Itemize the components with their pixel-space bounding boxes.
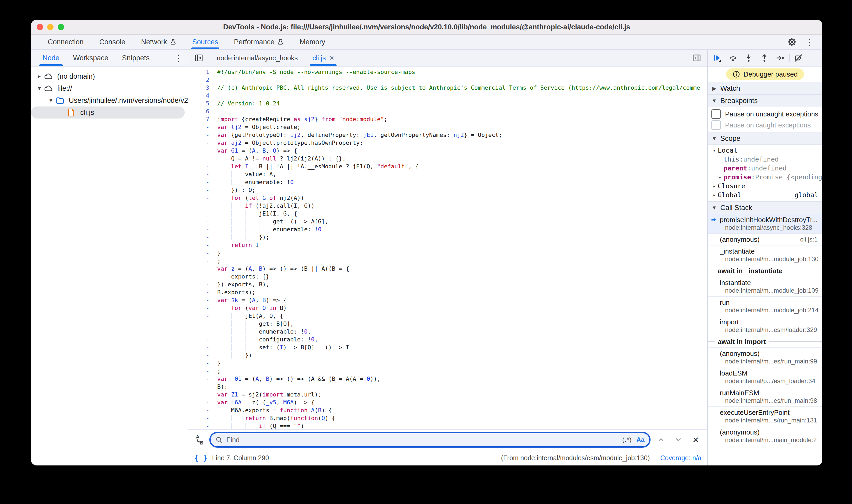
- line-number[interactable]: -: [188, 375, 217, 383]
- checkbox[interactable]: [711, 109, 721, 119]
- line-number[interactable]: -: [188, 367, 217, 375]
- call-stack-frame[interactable]: importnode:internal/m...esm/loader:329: [708, 316, 822, 336]
- tab-memory[interactable]: Memory: [292, 35, 333, 49]
- line-number[interactable]: -: [188, 288, 217, 296]
- scope-variable-this[interactable]: this: undefined: [708, 155, 822, 164]
- call-stack-frame[interactable]: runnode:internal/m...module_job:214: [708, 296, 822, 316]
- navigator-more-icon[interactable]: ⋮: [174, 54, 188, 62]
- editor-tab-cli-js[interactable]: cli.js×: [305, 50, 341, 66]
- call-stack-frame[interactable]: promiseInitHookWithDestroyTr...node:inte…: [708, 214, 822, 234]
- line-number[interactable]: -: [188, 359, 217, 367]
- scope-group-global[interactable]: ▸Globalglobal: [708, 191, 822, 199]
- scope-section-header[interactable]: ▼ Scope: [708, 132, 822, 145]
- call-stack-section-header[interactable]: ▼ Call Stack: [708, 202, 822, 214]
- line-number[interactable]: -: [188, 139, 217, 147]
- tree-item-users-jinhuilee-nvm-versions-node-v2-[interactable]: ▾Users/jinhuilee/.nvm/versions/node/v2..…: [31, 94, 188, 106]
- line-number[interactable]: -: [188, 399, 217, 407]
- line-number[interactable]: 1: [188, 68, 217, 76]
- step-button[interactable]: [773, 51, 787, 65]
- hide-navigator-button[interactable]: [193, 52, 205, 64]
- line-number[interactable]: -: [188, 123, 217, 131]
- line-number[interactable]: 2: [188, 76, 217, 84]
- line-number[interactable]: -: [188, 336, 217, 343]
- line-number[interactable]: -: [188, 414, 217, 422]
- scope-variable-parent[interactable]: parent: undefined: [708, 164, 822, 173]
- line-number[interactable]: -: [188, 163, 217, 170]
- line-number[interactable]: 3: [188, 84, 217, 92]
- editor-tab-node-internal-async-hooks[interactable]: node:internal/async_hooks: [209, 50, 305, 66]
- line-number[interactable]: -: [188, 131, 217, 139]
- line-number[interactable]: -: [188, 422, 217, 429]
- line-number[interactable]: 6: [188, 108, 217, 115]
- line-number[interactable]: -: [188, 352, 217, 359]
- line-number[interactable]: -: [188, 178, 217, 186]
- line-number[interactable]: -: [188, 210, 217, 218]
- match-case-toggle[interactable]: Aa: [636, 436, 644, 444]
- navigator-tab-node[interactable]: Node: [36, 50, 66, 66]
- line-number[interactable]: -: [188, 218, 217, 226]
- line-number[interactable]: -: [188, 296, 217, 304]
- settings-button[interactable]: [786, 36, 798, 48]
- resume-button[interactable]: [710, 51, 724, 65]
- line-number[interactable]: -: [188, 202, 217, 210]
- line-number[interactable]: -: [188, 233, 217, 241]
- call-stack-frame[interactable]: _instantiatenode:internal/m...module_job…: [708, 246, 822, 265]
- line-number[interactable]: -: [188, 194, 217, 202]
- caret-down-icon[interactable]: ▾: [35, 85, 44, 92]
- navigator-tab-snippets[interactable]: Snippets: [115, 50, 156, 66]
- step-over-button[interactable]: [726, 51, 740, 65]
- line-number[interactable]: -: [188, 312, 217, 320]
- line-number[interactable]: -: [188, 320, 217, 328]
- scope-variable-promise[interactable]: ▸promise: Promise {<pending>}: [708, 173, 822, 181]
- call-stack-frame[interactable]: (anonymous)node:internal/m...es/run_main…: [708, 348, 822, 367]
- step-into-button[interactable]: [742, 51, 756, 65]
- line-number[interactable]: 5: [188, 100, 217, 108]
- breakpoints-section-header[interactable]: ▼ Breakpoints: [708, 95, 822, 107]
- caret-right-icon[interactable]: ▸: [717, 174, 724, 180]
- more-options-button[interactable]: ⋮: [803, 36, 816, 48]
- deactivate-breakpoints-button[interactable]: [792, 51, 805, 65]
- line-number[interactable]: -: [188, 281, 217, 288]
- caret-down-icon[interactable]: ▾: [46, 97, 56, 104]
- tab-connection[interactable]: Connection: [40, 35, 91, 49]
- line-number[interactable]: -: [188, 226, 217, 233]
- find-input[interactable]: [226, 435, 619, 444]
- tab-performance[interactable]: Performance: [226, 35, 292, 49]
- pretty-print-icon[interactable]: { }: [194, 454, 208, 462]
- navigator-tab-workspace[interactable]: Workspace: [66, 50, 116, 66]
- close-tab-icon[interactable]: ×: [330, 54, 334, 62]
- call-stack-frame[interactable]: runMainESMnode:internal/m...es/run_main:…: [708, 387, 822, 407]
- line-number[interactable]: -: [188, 328, 217, 336]
- line-number[interactable]: 4: [188, 92, 217, 100]
- tree-item--no-domain-[interactable]: ▸(no domain): [31, 70, 188, 82]
- line-number[interactable]: -: [188, 170, 217, 178]
- call-stack-frame[interactable]: executeUserEntryPointnode:internal/m...s…: [708, 407, 822, 426]
- line-number[interactable]: -: [188, 241, 217, 249]
- find-close-button[interactable]: ×: [689, 434, 703, 445]
- call-stack-frame[interactable]: (anonymous)cli.js:1: [708, 234, 822, 246]
- source-map-link[interactable]: node:internal/modules/esm/module_job:130: [520, 454, 647, 462]
- line-number[interactable]: -: [188, 383, 217, 391]
- line-number[interactable]: -: [188, 249, 217, 257]
- call-stack-frame[interactable]: instantiatenode:internal/m...module_job:…: [708, 277, 822, 296]
- call-stack-frame[interactable]: (anonymous)node:internal/m...main_module…: [708, 426, 822, 446]
- line-number[interactable]: -: [188, 391, 217, 399]
- tab-sources[interactable]: Sources: [184, 35, 226, 49]
- line-number[interactable]: -: [188, 273, 217, 281]
- step-out-button[interactable]: [758, 51, 771, 65]
- line-number[interactable]: 7: [188, 115, 217, 123]
- line-number[interactable]: -: [188, 186, 217, 194]
- line-number[interactable]: -: [188, 304, 217, 312]
- find-previous-button[interactable]: [654, 433, 668, 446]
- tab-console[interactable]: Console: [91, 35, 133, 49]
- scope-group-closure[interactable]: ▸Closure: [708, 181, 822, 191]
- watch-section-header[interactable]: ▶ Watch: [708, 82, 822, 95]
- line-number[interactable]: -: [188, 155, 217, 163]
- coverage-link[interactable]: Coverage: n/a: [660, 454, 702, 462]
- breakpoint-option[interactable]: Pause on uncaught exceptions: [708, 109, 822, 120]
- tree-item-cli-js[interactable]: cli.js: [31, 106, 185, 119]
- source-viewer[interactable]: 1#!/usr/bin/env -S node --no-warnings --…: [188, 67, 707, 429]
- line-number[interactable]: -: [188, 407, 217, 414]
- line-number[interactable]: -: [188, 265, 217, 273]
- scope-group-local[interactable]: ▾Local: [708, 146, 822, 155]
